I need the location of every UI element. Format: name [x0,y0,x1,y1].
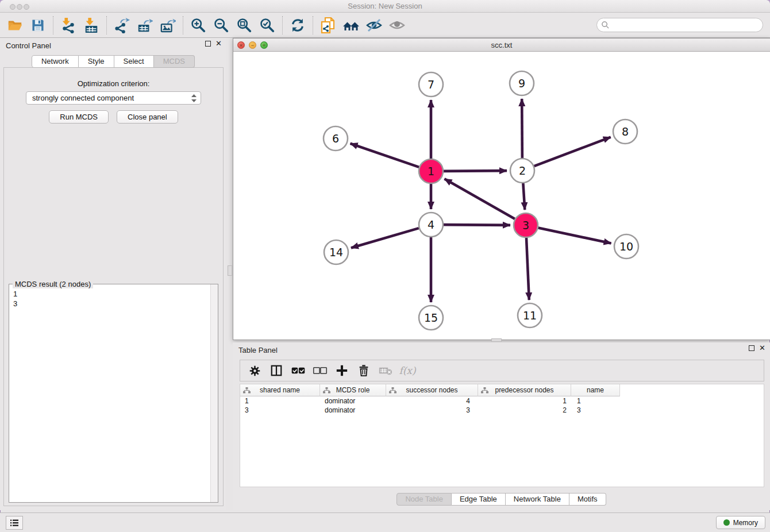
status-bar: Memory [0,512,770,532]
graph-edge-3-1[interactable] [444,179,514,219]
memory-button[interactable]: Memory [716,516,765,529]
column-header-predecessor-nodes[interactable]: predecessor nodes [478,384,571,396]
tab-mcds[interactable]: MCDS [154,55,195,68]
open-session-icon[interactable] [3,15,26,36]
optimization-criterion-label: Optimization criterion: [4,79,223,88]
close-table-panel-icon[interactable]: ✕ [759,345,765,351]
column-type-icon [323,387,330,394]
search-field [596,18,763,32]
export-network-icon[interactable] [110,15,133,36]
network-graph[interactable]: 7968124314101511 [233,52,769,340]
show-task-history-button[interactable] [6,516,23,530]
column-type-icon [389,387,396,394]
network-view-window: × − + scc.txt 7968124314101511 [233,38,770,340]
create-new-column-icon[interactable] [332,362,352,379]
toolbar-separator [313,16,313,34]
toolbar-separator [282,16,283,34]
tab-motifs[interactable]: Motifs [569,493,606,506]
graph-edge-3-11[interactable] [526,238,529,300]
show-all-icon[interactable] [386,15,409,36]
column-header-successor-nodes[interactable]: successor nodes [386,384,478,396]
import-table-from-file-icon[interactable] [80,15,103,36]
tab-network-table[interactable]: Network Table [506,493,569,506]
horizontal-splitter-handle[interactable] [491,338,502,342]
mcds-result-box: MCDS result (2 nodes) 1 3 [9,284,218,503]
graph-edge-2-3[interactable] [523,183,525,210]
delete-columns-trash-icon[interactable] [354,362,374,379]
list-icon [9,518,20,527]
tab-edge-table[interactable]: Edge Table [452,493,506,506]
export-image-icon[interactable] [156,15,179,36]
toolbar-separator [106,16,107,34]
network-title: scc.txt [233,41,770,49]
import-network-from-file-icon[interactable] [57,15,80,36]
zoom-fit-content-icon[interactable] [233,15,256,36]
zoom-selected-icon[interactable] [256,15,279,36]
graph-edge-1-6[interactable] [351,144,419,167]
zoom-in-icon[interactable] [187,15,210,36]
graph-edge-4-14[interactable] [351,228,419,248]
home-layout-icon[interactable] [340,15,363,36]
show-column-selector-icon[interactable] [267,362,286,379]
column-type-icon [481,387,488,394]
table-row[interactable]: 3 dominator 3 2 3 [240,406,764,415]
graph-node-label: 9 [518,77,525,90]
float-panel-icon[interactable] [205,41,211,47]
delete-table-icon [376,362,395,379]
mcds-result-list[interactable]: 1 3 [10,288,210,502]
graph-node-label: 11 [523,309,537,322]
node-table: shared name MCDS role successor nodes pr… [240,384,764,487]
function-builder-icon: f(x) [398,362,417,379]
graph-node-label: 4 [428,218,434,231]
unselect-all-columns-icon[interactable] [310,362,330,379]
close-panel-icon[interactable]: ✕ [215,41,222,47]
mcds-result-title: MCDS result (2 nodes) [13,280,93,288]
zoom-out-icon[interactable] [210,15,233,36]
window-title: Session: New Session [0,2,770,10]
hide-selected-icon[interactable] [363,15,386,36]
result-scrollbar[interactable] [210,284,218,502]
column-header-mcds-role[interactable]: MCDS role [320,384,386,396]
graph-edge-2-8[interactable] [534,137,611,167]
select-stepper-icon [191,94,197,103]
search-icon [601,21,610,29]
criterion-select[interactable]: strongly connected component [26,91,201,105]
graph-node-label: 14 [329,246,343,259]
refresh-view-icon[interactable] [286,15,309,36]
graph-edge-3-10[interactable] [538,228,611,244]
graph-edge-2-9[interactable] [522,99,522,158]
vertical-splitter-handle[interactable] [228,265,232,276]
control-panel-header: Control Panel ✕ [0,38,226,53]
column-header-name[interactable]: name [571,384,620,396]
graph-node-label: 3 [522,219,529,232]
tab-style[interactable]: Style [79,55,114,68]
select-all-columns-icon[interactable] [288,362,308,379]
control-panel-tabs: Network Style Select MCDS [0,55,226,68]
table-tabs: Node Table Edge Table Network Table Moti… [233,493,770,506]
float-table-panel-icon[interactable] [749,345,754,351]
save-session-icon[interactable] [26,15,49,36]
run-mcds-button[interactable]: Run MCDS [49,110,109,124]
tab-select[interactable]: Select [114,55,154,68]
table-panel: Table Panel ✕ [233,342,770,510]
clone-network-icon[interactable] [317,15,340,36]
column-header-shared-name[interactable]: shared name [240,384,320,396]
criterion-value: strongly connected component [32,94,134,102]
control-panel-title: Control Panel [6,41,51,50]
table-panel-title: Table Panel [238,346,278,354]
table-row[interactable]: 1 dominator 4 1 1 [240,396,764,406]
tab-network[interactable]: Network [32,55,79,68]
graph-node-label: 1 [428,165,434,178]
graph-edge-1-2[interactable] [444,171,507,171]
table-settings-gear-icon[interactable] [245,362,264,379]
graph-node-label: 10 [619,240,633,253]
graph-node-label: 6 [332,132,339,145]
table-panel-header: Table Panel ✕ [233,342,770,357]
network-canvas[interactable]: 7968124314101511 [233,52,770,340]
graph-edge-4-3[interactable] [444,225,510,225]
control-panel: Control Panel ✕ Network Style Select MCD… [0,38,226,510]
search-input[interactable] [596,18,763,32]
close-panel-button[interactable]: Close panel [117,110,178,124]
export-table-icon[interactable] [133,15,156,36]
tab-node-table[interactable]: Node Table [396,493,452,506]
